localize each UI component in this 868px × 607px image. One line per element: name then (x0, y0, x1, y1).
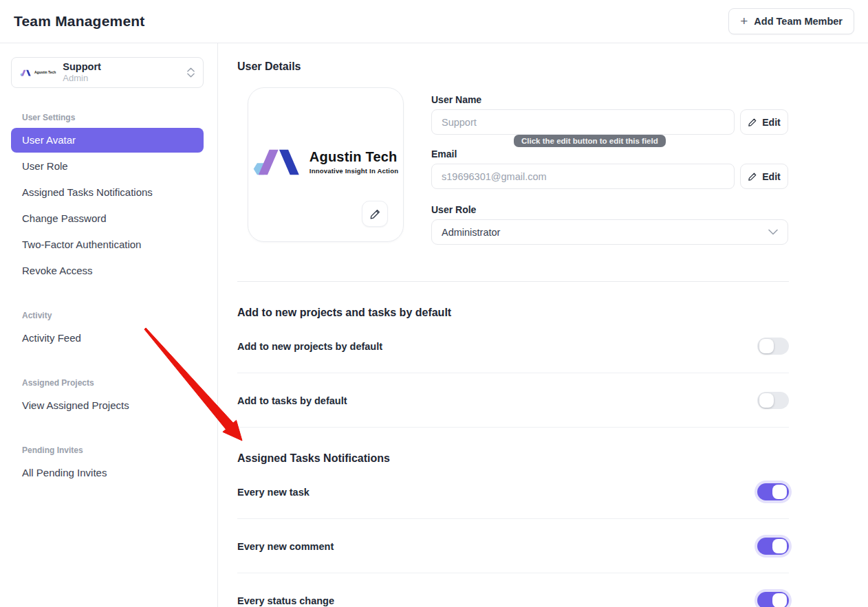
sidebar-item-view-assigned-projects[interactable]: View Assigned Projects (11, 393, 204, 418)
pencil-icon (369, 208, 381, 220)
edit-field-tooltip: Click the edit button to edit this field (514, 135, 666, 147)
logo-tagline-text: Innovative Insight In Action (310, 167, 398, 175)
add-team-member-label: Add Team Member (754, 16, 843, 27)
nav-section-user-settings: User Settings (22, 113, 204, 122)
user-role-value: Administrator (442, 227, 500, 238)
add-to-projects-label: Add to new projects by default (237, 341, 382, 352)
notifications-section-title: Assigned Tasks Notifications (237, 452, 789, 465)
logo-mini-text: Agustin Tech (34, 71, 56, 75)
every-status-change-toggle[interactable] (757, 592, 789, 607)
every-status-change-label: Every status change (237, 595, 334, 606)
sidebar-item-user-role[interactable]: User Role (11, 154, 204, 179)
every-new-comment-label: Every new comment (237, 541, 334, 552)
company-logo: Agustin Tech Innovative Insight In Actio… (253, 144, 398, 180)
add-team-member-button[interactable]: + Add Team Member (728, 8, 854, 34)
sidebar: Agustin Tech Support Admin User Settings… (0, 43, 218, 607)
logo-brand-text: Agustin Tech (310, 149, 398, 165)
sidebar-item-all-pending-invites[interactable]: All Pending Invites (11, 461, 204, 485)
pencil-icon (748, 172, 757, 181)
nav-section-assigned-projects: Assigned Projects (22, 378, 204, 388)
user-role-label: User Role (431, 204, 788, 215)
main-content: User Details Agustin Tech Innovative Ins… (218, 43, 868, 607)
page-title: Team Management (14, 13, 145, 30)
sidebar-item-revoke-access[interactable]: Revoke Access (11, 258, 204, 283)
add-to-tasks-label: Add to tasks by default (237, 395, 347, 406)
toggle-row: Every new task (237, 465, 789, 519)
avatar-edit-button[interactable] (362, 201, 388, 227)
user-details-title: User Details (237, 60, 789, 73)
email-label: Email (431, 148, 788, 159)
header: Team Management + Add Team Member (0, 0, 868, 43)
toggle-row: Add to tasks by default (237, 373, 789, 428)
add-to-tasks-toggle[interactable] (757, 392, 789, 409)
toggle-row: Every status change (237, 573, 789, 607)
toggle-row: Add to new projects by default (237, 319, 789, 373)
edit-button-label: Edit (762, 171, 780, 182)
every-new-task-toggle[interactable] (757, 483, 789, 500)
user-name-label: User Name (431, 94, 788, 105)
logo-mark-icon (20, 68, 32, 78)
section-divider (237, 281, 789, 282)
every-new-comment-toggle[interactable] (757, 538, 789, 555)
defaults-section-title: Add to new projects and tasks by default (237, 307, 789, 319)
sidebar-item-assigned-tasks-notifications[interactable]: Assigned Tasks Notifications (11, 180, 204, 205)
sidebar-item-change-password[interactable]: Change Password (11, 206, 204, 231)
selected-user-name: Support (63, 61, 180, 73)
user-name-input[interactable] (431, 109, 735, 135)
logo-mark-icon (253, 144, 303, 180)
user-avatar-card: Agustin Tech Innovative Insight In Actio… (248, 87, 404, 242)
edit-button-label: Edit (762, 117, 780, 128)
email-input[interactable] (431, 164, 735, 189)
user-selector[interactable]: Agustin Tech Support Admin (11, 57, 204, 88)
nav-section-activity: Activity (22, 311, 204, 320)
selected-user-role: Admin (63, 74, 180, 84)
user-details-form: User Name Edit Email (431, 87, 788, 245)
toggle-row: Every new comment (237, 519, 789, 573)
email-edit-button[interactable]: Edit (740, 164, 788, 189)
add-to-projects-toggle[interactable] (757, 338, 789, 355)
sidebar-item-activity-feed[interactable]: Activity Feed (11, 326, 204, 351)
team-management-page: Team Management + Add Team Member Agusti… (0, 0, 868, 607)
plus-icon: + (740, 14, 748, 27)
sidebar-item-user-avatar[interactable]: User Avatar (11, 128, 204, 153)
every-new-task-label: Every new task (237, 487, 310, 498)
pencil-icon (748, 118, 757, 127)
company-logo-small: Agustin Tech (20, 68, 56, 78)
updown-chevron-icon (187, 67, 195, 78)
user-role-select[interactable]: Administrator (431, 219, 788, 245)
chevron-down-icon (768, 229, 778, 235)
sidebar-item-two-factor-authentication[interactable]: Two-Factor Authentication (11, 232, 204, 257)
user-name-edit-button[interactable]: Edit (740, 109, 788, 135)
nav-section-pending-invites: Pending Invites (22, 445, 204, 455)
